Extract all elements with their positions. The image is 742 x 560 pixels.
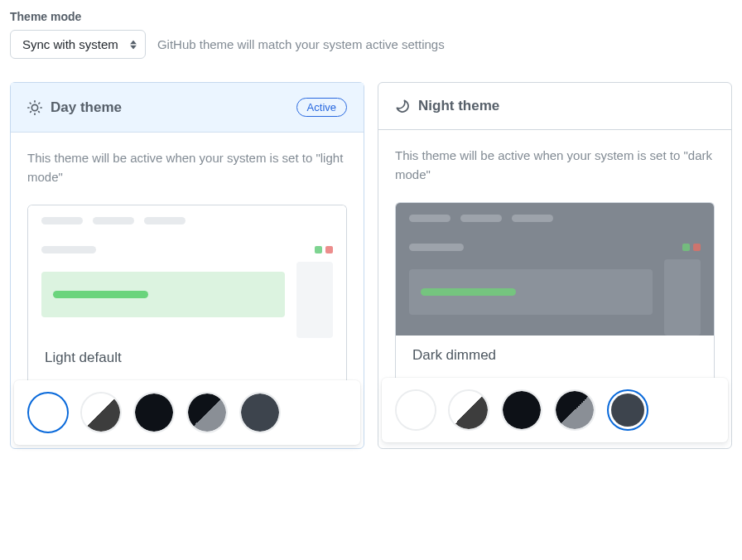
day-theme-card: Day theme Active This theme will be acti… <box>10 82 364 449</box>
night-theme-header: Night theme <box>378 83 731 130</box>
night-swatch-dark-high-contrast[interactable] <box>554 389 595 431</box>
night-swatch-strip <box>382 378 728 442</box>
night-selected-theme-name: Dark dimmed <box>395 336 715 381</box>
moon-icon <box>395 99 410 113</box>
night-theme-preview <box>395 202 715 336</box>
theme-mode-help: GitHub theme will match your system acti… <box>157 37 445 51</box>
theme-mode-row: Sync with system GitHub theme will match… <box>10 30 732 59</box>
day-theme-header: Day theme Active <box>11 83 364 133</box>
day-theme-body: This theme will be active when your syst… <box>11 133 364 384</box>
night-swatch-light-high-contrast[interactable] <box>448 389 489 431</box>
theme-mode-select[interactable]: Sync with system <box>10 30 146 59</box>
day-swatch-light-default[interactable] <box>27 392 69 433</box>
theme-mode-value: Sync with system <box>22 37 118 51</box>
night-theme-title: Night theme <box>418 98 715 114</box>
sun-icon <box>27 100 42 115</box>
night-swatch-light-default[interactable] <box>395 389 436 431</box>
day-swatch-light-high-contrast[interactable] <box>80 392 122 433</box>
night-swatch-dark-default[interactable] <box>501 389 542 431</box>
night-theme-desc: This theme will be active when your syst… <box>395 147 715 184</box>
day-swatch-dark-default[interactable] <box>133 392 175 433</box>
day-swatch-strip <box>14 380 360 445</box>
day-swatch-dark-dimmed[interactable] <box>239 392 281 433</box>
active-badge: Active <box>296 98 347 117</box>
day-theme-preview <box>27 205 347 338</box>
day-theme-title: Day theme <box>51 99 288 116</box>
night-swatch-dark-dimmed[interactable] <box>607 389 648 431</box>
night-theme-body: This theme will be active when your syst… <box>378 130 731 381</box>
night-theme-card: Night theme This theme will be active wh… <box>378 82 732 449</box>
day-swatch-dark-high-contrast[interactable] <box>186 392 228 433</box>
select-caret-icon <box>130 40 137 49</box>
theme-mode-label: Theme mode <box>10 10 732 23</box>
day-theme-desc: This theme will be active when your syst… <box>27 149 347 186</box>
day-selected-theme-name: Light default <box>27 338 347 384</box>
